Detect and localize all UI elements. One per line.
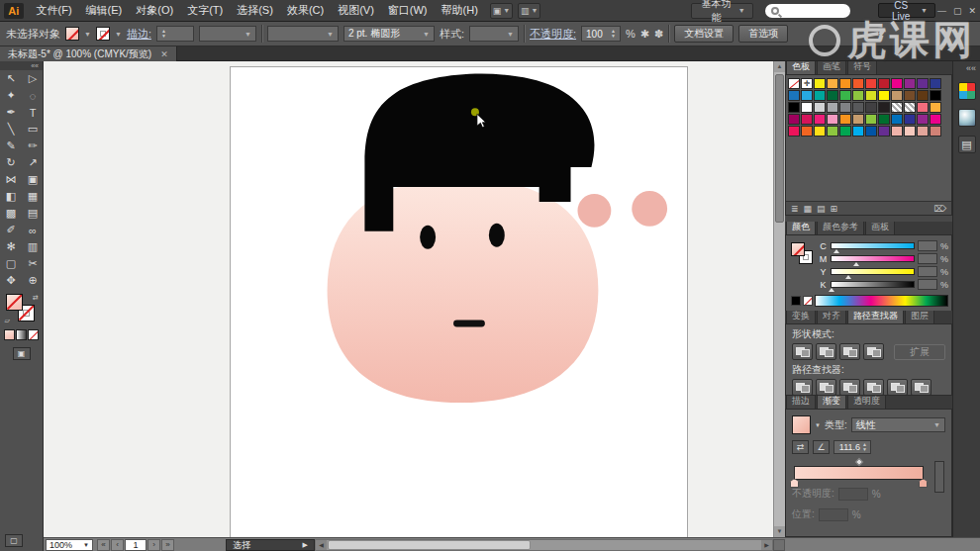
- style-select[interactable]: ▼: [469, 26, 519, 42]
- gradient-bar[interactable]: [794, 466, 924, 480]
- expand-button[interactable]: 扩展: [894, 344, 945, 360]
- swatch-3[interactable]: [827, 78, 838, 89]
- lasso-tool[interactable]: ◌: [22, 87, 44, 104]
- swatch-libraries-icon[interactable]: ≣: [791, 204, 799, 214]
- swatch-14[interactable]: [814, 90, 826, 101]
- brush-definition-select[interactable]: 2 pt. 椭圆形▼: [343, 26, 435, 42]
- pen-tool[interactable]: ✒: [0, 104, 22, 121]
- stepper-icon[interactable]: ▲▼: [161, 29, 166, 39]
- canvas-area[interactable]: [44, 61, 773, 537]
- fill-color-swatch[interactable]: [65, 27, 79, 41]
- scroll-up-icon[interactable]: ▲: [774, 61, 785, 72]
- horizontal-scrollbar[interactable]: ◀ ▶: [315, 539, 773, 551]
- default-fill-stroke-icon[interactable]: ▱: [5, 317, 10, 324]
- divide-button[interactable]: [792, 379, 813, 396]
- rotate-tool[interactable]: ↻: [0, 154, 22, 171]
- merge-button[interactable]: [839, 379, 860, 396]
- stepper-icon[interactable]: ▲▼: [611, 29, 616, 39]
- tab-对齐[interactable]: 对齐: [817, 311, 846, 323]
- swatch-43[interactable]: [878, 114, 890, 125]
- channel-value-field[interactable]: [918, 240, 937, 251]
- swatch-57[interactable]: [904, 126, 916, 137]
- exclude-button[interactable]: [863, 343, 884, 360]
- color-group-icon[interactable]: ▦: [804, 204, 813, 214]
- document-tab[interactable]: 未标题-5* @ 100% (CMYK/预览) ✕: [0, 46, 177, 61]
- channel-slider[interactable]: [831, 281, 915, 288]
- type-tool[interactable]: T: [22, 104, 44, 121]
- swatch-24[interactable]: [788, 102, 800, 113]
- swatch-22[interactable]: [917, 90, 929, 101]
- column-graph-tool[interactable]: ▥: [22, 238, 44, 255]
- collapse-tools-icon[interactable]: ««: [0, 61, 43, 70]
- swatch-59[interactable]: [930, 126, 941, 137]
- swatch-54[interactable]: [865, 126, 877, 137]
- swatch-53[interactable]: [852, 126, 864, 137]
- horizontal-scroll-thumb[interactable]: [328, 540, 531, 550]
- flattener-icon[interactable]: ▤: [958, 136, 976, 153]
- swatch-8[interactable]: [891, 78, 903, 89]
- gradient-thumbnail[interactable]: [792, 415, 811, 434]
- eyedropper-tool[interactable]: ✐: [0, 222, 22, 238]
- stroke-panel-link[interactable]: 描边:: [127, 27, 151, 42]
- tab-颜色[interactable]: 颜色: [786, 222, 816, 234]
- fill-indicator[interactable]: [6, 294, 23, 311]
- swatch-27[interactable]: [827, 102, 838, 113]
- scroll-left-icon[interactable]: ◀: [316, 540, 327, 550]
- tab-颜色参考[interactable]: 颜色参考: [817, 222, 864, 234]
- screen-mode-button[interactable]: ▢: [5, 534, 23, 547]
- scroll-right-icon[interactable]: ▶: [761, 540, 772, 550]
- shape-builder-tool[interactable]: ◧: [0, 188, 22, 205]
- swatch-48[interactable]: [788, 126, 800, 137]
- minus-back-button[interactable]: [911, 379, 931, 396]
- swatch-34[interactable]: [917, 102, 929, 113]
- vertical-scrollbar[interactable]: ▲ ▼: [773, 61, 785, 537]
- kuler-icon[interactable]: [958, 109, 976, 127]
- direct-selection-tool[interactable]: ▷: [22, 70, 44, 87]
- search-input[interactable]: [765, 4, 851, 18]
- tab-变换[interactable]: 变换: [786, 311, 816, 323]
- menu-item-5[interactable]: 效果(C): [280, 0, 331, 21]
- swatch-38[interactable]: [814, 114, 826, 125]
- swatch-50[interactable]: [814, 126, 826, 137]
- swatch-44[interactable]: [891, 114, 903, 125]
- swatch-10[interactable]: [917, 78, 929, 89]
- line-segment-tool[interactable]: ╲: [0, 121, 22, 138]
- swatch-2[interactable]: [814, 78, 826, 89]
- menu-item-8[interactable]: 帮助(H): [435, 0, 485, 21]
- outline-button[interactable]: [887, 379, 908, 396]
- swatch-45[interactable]: [904, 114, 916, 125]
- channel-slider[interactable]: [831, 242, 915, 249]
- menu-item-7[interactable]: 窗口(W): [381, 0, 435, 21]
- swatch-37[interactable]: [801, 114, 813, 125]
- swap-fill-stroke-icon[interactable]: ⇄: [33, 294, 39, 302]
- swatch-12[interactable]: [788, 90, 800, 101]
- menu-item-6[interactable]: 视图(V): [331, 0, 381, 21]
- variable-width-select[interactable]: ▼: [267, 26, 339, 42]
- black-swatch[interactable]: [791, 296, 801, 306]
- scale-tool[interactable]: ↗: [22, 154, 44, 171]
- close-button[interactable]: ✕: [968, 6, 976, 16]
- tab-渐变[interactable]: 渐变: [817, 396, 846, 409]
- zoom-level-select[interactable]: 100%▼: [46, 539, 93, 551]
- free-transform-tool[interactable]: ▣: [22, 171, 44, 188]
- menu-item-1[interactable]: 编辑(E): [79, 0, 130, 21]
- color-mode-button[interactable]: [4, 329, 15, 340]
- appearance-icon[interactable]: ✱: [640, 28, 649, 41]
- swatch-18[interactable]: [865, 90, 877, 101]
- status-display[interactable]: 选择▶: [226, 539, 315, 551]
- tab-描边[interactable]: 描边: [786, 396, 816, 409]
- tab-透明度[interactable]: 透明度: [847, 396, 886, 409]
- swatch-41[interactable]: [852, 114, 864, 125]
- channel-value-field[interactable]: [918, 266, 937, 277]
- color-guide-icon[interactable]: [958, 82, 976, 100]
- trim-button[interactable]: [816, 379, 836, 396]
- cs-live-button[interactable]: CS Live▼: [878, 3, 935, 18]
- hand-tool[interactable]: ✥: [0, 272, 22, 289]
- scroll-down-icon[interactable]: ▼: [774, 526, 785, 537]
- swatch-9[interactable]: [904, 78, 916, 89]
- swatch-26[interactable]: [814, 102, 826, 113]
- swatch-31[interactable]: [878, 102, 890, 113]
- symbol-sprayer-tool[interactable]: ✻: [0, 238, 22, 255]
- swatch-46[interactable]: [917, 114, 929, 125]
- swatch-28[interactable]: [839, 102, 851, 113]
